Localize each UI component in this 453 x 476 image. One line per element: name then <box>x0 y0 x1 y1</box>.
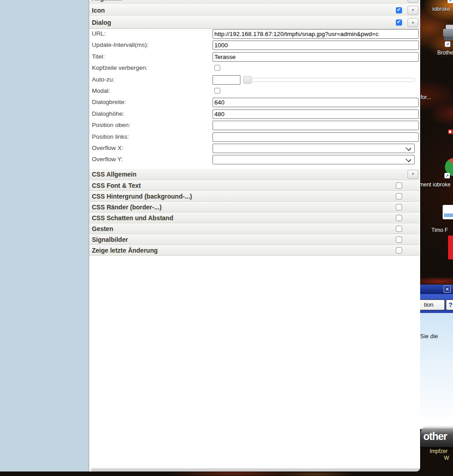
chevron-down-icon[interactable] <box>408 6 418 15</box>
group-label: Signalbilder <box>92 236 128 243</box>
document-icon[interactable] <box>443 205 453 219</box>
screen: iobroke Brother for... ment iobroke Timo… <box>0 0 453 476</box>
help-button[interactable]: ? <box>446 299 453 310</box>
field-label: Titel: <box>92 53 105 60</box>
desktop-icon-label-impf-1[interactable]: Impfzer <box>430 448 448 454</box>
chevron-down-icon[interactable] <box>408 170 418 179</box>
collapse-button[interactable] <box>408 0 418 3</box>
letzte-aenderung-checkbox[interactable] <box>396 247 402 254</box>
red-app-icon[interactable] <box>448 129 453 134</box>
css-raender-checkbox[interactable] <box>396 204 402 210</box>
field-row-position-left: Position links: <box>89 131 420 143</box>
field-label: Kopfzeile verbergen: <box>92 64 148 71</box>
desktop-icon-label-timo[interactable]: Timo F <box>431 227 448 233</box>
group-row-css-font-text[interactable]: CSS Font & Text <box>89 180 419 191</box>
desktop-icon-label-iobroker[interactable]: iobroke <box>432 6 450 12</box>
field-row-dialog-height: Dialoghöhe: <box>89 109 420 120</box>
field-label: Position links: <box>92 133 129 140</box>
shortcut-arrow-icon <box>445 41 450 47</box>
field-label: Overflow Y: <box>92 156 123 163</box>
field-row-position-top: Position oben: <box>89 120 420 131</box>
icon-group-checkbox[interactable] <box>396 7 402 14</box>
dialog-height-input[interactable] <box>213 109 419 119</box>
group-label: CSS Hintergrund (background-...) <box>92 193 192 200</box>
chevron-up-icon[interactable] <box>408 18 418 27</box>
field-label: Position oben: <box>92 122 131 128</box>
dialog-width-input[interactable] <box>213 98 419 107</box>
installer-dialog-titlebar[interactable]: ✕ <box>418 285 453 294</box>
auto-close-slider-track[interactable] <box>243 78 416 82</box>
group-row-letzte-aenderung[interactable]: Zeige letzte Änderung <box>89 245 419 256</box>
field-label: Modal: <box>92 87 110 94</box>
desktop-icon-label-for[interactable]: for... <box>421 94 431 100</box>
group-label: CSS Font & Text <box>92 182 141 189</box>
update-interval-input[interactable] <box>213 41 419 50</box>
widget-properties-panel: Allgemein Icon Dialog URL: Update-Interv… <box>89 0 420 471</box>
group-label: Allgemein <box>92 0 122 2</box>
group-label: Dialog <box>92 19 111 26</box>
group-row-css-allgemein[interactable]: CSS Allgemein <box>89 168 419 180</box>
field-row-modal: Modal: <box>89 86 420 97</box>
group-label: Zeige letzte Änderung <box>92 247 158 254</box>
auto-close-slider-handle[interactable] <box>243 76 252 84</box>
field-row-hide-header: Kopfzeile verbergen: <box>89 63 420 74</box>
position-top-input[interactable] <box>213 121 419 130</box>
installer-dialog-content: Sie die <box>418 313 453 429</box>
field-label: Overflow X: <box>92 145 123 151</box>
brother-logo-text: other <box>423 431 447 443</box>
group-label: Icon <box>92 7 105 14</box>
signalbilder-checkbox[interactable] <box>396 236 402 243</box>
installer-dialog-toolbar: tion ? <box>418 294 453 313</box>
group-row-css-raender[interactable]: CSS Ränder (border-...) <box>89 202 419 213</box>
field-label: Dialoghöhe: <box>92 110 124 117</box>
red-partial-icon[interactable] <box>448 236 453 259</box>
group-row-css-hintergrund[interactable]: CSS Hintergrund (background-...) <box>89 191 419 202</box>
field-row-auto-close: Auto-zu: <box>89 74 420 86</box>
group-row-signalbilder[interactable]: Signalbilder <box>89 234 419 245</box>
field-label: Dialogbreite: <box>92 99 126 105</box>
css-font-text-checkbox[interactable] <box>396 182 402 189</box>
desktop-icon-label-iobroker-doc[interactable]: ment iobroke <box>419 181 450 188</box>
overflow-y-select[interactable] <box>213 155 415 164</box>
group-label: Gesten <box>92 225 113 232</box>
hide-header-checkbox[interactable] <box>214 65 220 71</box>
field-row-update-interval: Update-Intervall(ms): <box>89 40 420 51</box>
field-row-overflow-x: Overflow X: <box>89 143 420 154</box>
group-row-gesten[interactable]: Gesten <box>89 223 419 234</box>
group-row-dialog[interactable]: Dialog <box>89 16 419 29</box>
desktop-icon-label-brother[interactable]: Brother <box>437 50 453 56</box>
close-icon[interactable]: ✕ <box>444 286 451 293</box>
desktop-icon-label-impf-2[interactable]: W <box>444 455 449 461</box>
installer-dialog: ✕ tion ? Sie die <box>418 285 453 429</box>
field-row-url: URL: <box>89 28 420 40</box>
shortcut-arrow-icon <box>444 173 450 178</box>
group-row-icon[interactable]: Icon <box>89 4 419 17</box>
group-label: CSS Allgemein <box>92 171 136 178</box>
group-row-css-schatten[interactable]: CSS Schatten und Abstand <box>89 213 419 223</box>
chevron-down-icon <box>406 157 412 163</box>
url-input[interactable] <box>213 29 419 39</box>
overflow-x-select[interactable] <box>213 144 415 153</box>
group-label: CSS Ränder (border-...) <box>92 204 162 211</box>
installer-text-fragment: Sie die <box>420 333 438 340</box>
collapsed-groups: CSS Allgemein CSS Font & Text CSS Hinter… <box>89 168 419 256</box>
brother-printer-icon[interactable] <box>443 25 453 44</box>
position-left-input[interactable] <box>213 132 419 142</box>
field-label: Auto-zu: <box>92 76 114 83</box>
css-hintergrund-checkbox[interactable] <box>396 193 402 199</box>
shortcut-arrow-icon <box>448 0 453 3</box>
auto-close-input[interactable] <box>213 75 240 85</box>
field-row-title: Titel: <box>89 51 420 63</box>
modal-checkbox[interactable] <box>214 88 220 94</box>
dialog-group-checkbox[interactable] <box>396 19 402 26</box>
group-label: CSS Schatten und Abstand <box>92 214 173 222</box>
title-input[interactable] <box>213 52 419 62</box>
panel-resize-bar[interactable] <box>91 468 420 471</box>
field-row-overflow-y: Overflow Y: <box>89 154 420 165</box>
brother-logo: other <box>421 427 453 447</box>
editor-background <box>0 0 89 471</box>
gesten-checkbox[interactable] <box>396 226 402 232</box>
chevron-down-icon <box>406 145 412 151</box>
field-label: Update-Intervall(ms): <box>92 41 149 48</box>
css-schatten-checkbox[interactable] <box>396 215 402 221</box>
